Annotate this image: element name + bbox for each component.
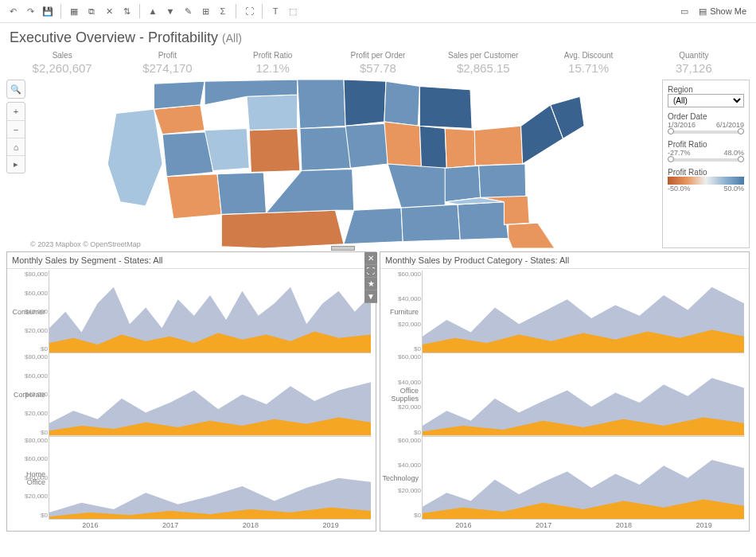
svg-marker-13: [266, 169, 353, 212]
orderdate-label: Order Date: [668, 112, 744, 121]
kpi-quantity[interactable]: Quantity37,126: [641, 51, 746, 75]
sort-desc-icon[interactable]: ▼: [162, 3, 178, 19]
svg-marker-12: [221, 210, 344, 248]
segment-chart-body[interactable]: Consumer $80,000$60,000$40,000$20,000$0 …: [7, 269, 376, 531]
orderdate-slider[interactable]: [668, 130, 744, 134]
us-map-svg: [30, 80, 657, 248]
show-me-button[interactable]: ▤ Show Me: [694, 5, 751, 18]
profitratio-label: Profit Ratio: [668, 140, 744, 149]
svg-marker-22: [388, 164, 446, 208]
legend-gradient: [668, 177, 744, 185]
category-chart-title: Monthly Sales by Product Category - Stat…: [380, 252, 749, 269]
svg-marker-29: [509, 223, 555, 248]
showme-label: Show Me: [710, 6, 746, 16]
map-view[interactable]: © 2023 Mapbox © OpenStreetMap: [30, 80, 657, 248]
category-chart-panel: Monthly Sales by Product Category - Stat…: [380, 251, 750, 532]
kpi-sales-per-customer[interactable]: Sales per Customer$2,865.15: [431, 51, 536, 75]
text-icon[interactable]: T: [267, 3, 283, 19]
svg-marker-26: [474, 126, 522, 166]
svg-marker-11: [300, 127, 351, 170]
kpi-profit[interactable]: Profit$274,170: [115, 51, 220, 75]
toolbar: ↶ ↷ 💾 ▦ ⧉ ✕ ⇅ ▲ ▼ ✎ ⊞ Σ ⛶ T ⬚ ▭ ▤ Show M…: [0, 0, 756, 23]
layout-icon[interactable]: ⬚: [285, 3, 301, 19]
svg-marker-16: [344, 208, 403, 244]
kpi-profit-per-order[interactable]: Profit per Order$57.78: [325, 51, 431, 75]
panel-toolbar: ✕ ⛶ ★ ▼: [364, 252, 377, 303]
swap-icon[interactable]: ⇅: [119, 3, 134, 19]
legend-label: Profit Ratio: [668, 168, 744, 177]
map-select-icon[interactable]: ▸: [7, 155, 25, 173]
duplicate-icon[interactable]: ⧉: [84, 3, 99, 19]
group-icon[interactable]: ⊞: [197, 3, 213, 19]
clear-icon[interactable]: ✕: [101, 3, 117, 19]
category-chart-body[interactable]: Furniture $60,000$40,000$20,000$0 Office…: [380, 269, 749, 531]
kpi-profit-ratio[interactable]: Profit Ratio12.1%: [220, 51, 325, 75]
svg-marker-20: [445, 128, 475, 168]
svg-marker-8: [247, 95, 298, 130]
svg-marker-6: [217, 173, 266, 215]
segment-chart-title: Monthly Sales by Segment - States: All: [7, 252, 376, 269]
svg-marker-15: [345, 123, 388, 168]
svg-marker-19: [419, 126, 446, 168]
kpi-row: Sales$2,260,607 Profit$274,170 Profit Ra…: [0, 49, 756, 80]
panel-maximize-icon[interactable]: ⛶: [364, 265, 377, 278]
panel-close-icon[interactable]: ✕: [364, 252, 377, 265]
segment-chart-panel: ✕ ⛶ ★ ▼ Monthly Sales by Segment - State…: [6, 251, 376, 532]
svg-marker-18: [384, 122, 422, 168]
sort-asc-icon[interactable]: ▲: [145, 3, 161, 19]
profitratio-slider[interactable]: [668, 158, 744, 162]
svg-marker-25: [458, 202, 509, 240]
svg-marker-23: [445, 166, 481, 202]
svg-marker-2: [154, 81, 205, 109]
kpi-sales[interactable]: Sales$2,260,607: [10, 51, 115, 75]
map-zoom-out-icon[interactable]: −: [7, 120, 25, 138]
svg-marker-21: [419, 86, 472, 128]
panel-keep-icon[interactable]: ★: [364, 278, 377, 290]
totals-icon[interactable]: Σ: [215, 3, 231, 19]
highlight-icon[interactable]: ✎: [180, 3, 196, 19]
map-attribution: © 2023 Mapbox © OpenStreetMap: [30, 240, 141, 248]
map-home-icon[interactable]: ⌂: [7, 138, 25, 155]
showme-icon: ▤: [699, 6, 707, 17]
svg-marker-10: [298, 80, 345, 128]
region-select[interactable]: (All): [668, 94, 744, 107]
svg-marker-1: [154, 105, 205, 134]
map-search-icon[interactable]: 🔍: [7, 80, 25, 98]
svg-marker-7: [249, 128, 300, 172]
presentation-icon[interactable]: ▭: [676, 3, 692, 19]
svg-marker-4: [205, 128, 249, 170]
svg-marker-24: [401, 204, 460, 242]
filters-panel: Region (All) Order Date 1/3/20166/1/2019…: [662, 80, 750, 248]
region-label: Region: [668, 85, 744, 94]
save-icon[interactable]: 💾: [40, 3, 56, 19]
title-row: Executive Overview - Profitability (All): [0, 23, 756, 49]
svg-marker-0: [107, 109, 162, 206]
panel-filter-icon[interactable]: ▼: [364, 290, 377, 303]
page-title: Executive Overview - Profitability (All): [10, 29, 242, 45]
redo-icon[interactable]: ↷: [22, 3, 38, 19]
svg-marker-3: [162, 132, 213, 177]
new-worksheet-icon[interactable]: ▦: [66, 3, 82, 19]
pane-resize-handle[interactable]: [331, 246, 355, 251]
map-controls: 🔍 + − ⌂ ▸: [6, 80, 25, 248]
svg-marker-14: [344, 80, 386, 126]
map-zoom-in-icon[interactable]: +: [7, 103, 25, 120]
kpi-avg-discount[interactable]: Avg. Discount15.71%: [536, 51, 641, 75]
fit-icon[interactable]: ⛶: [241, 3, 257, 19]
undo-icon[interactable]: ↶: [5, 3, 21, 19]
svg-marker-5: [166, 174, 221, 219]
svg-marker-17: [384, 81, 420, 126]
